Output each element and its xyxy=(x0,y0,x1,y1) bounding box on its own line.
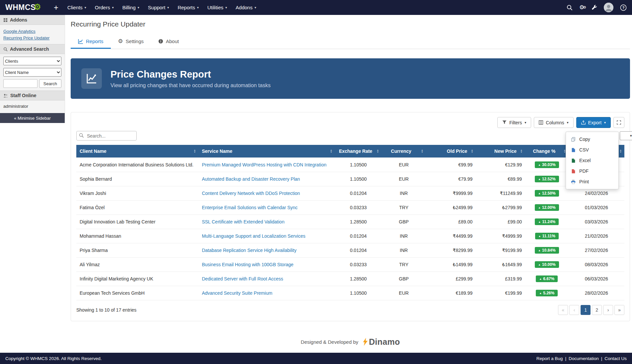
arrow-up-icon: ▲ xyxy=(538,235,541,238)
export-option-csv[interactable]: CSV xyxy=(566,145,618,155)
cell-date: 08/03/2026 xyxy=(569,257,625,272)
table-row: Fatima ÖzelEnterprise Email Solutions wi… xyxy=(76,200,624,214)
avatar[interactable] xyxy=(604,3,613,12)
page-button-2[interactable]: 2 xyxy=(592,305,602,315)
list-item: Google Analytics xyxy=(3,28,61,34)
service-link[interactable]: Database Replication Service High Availa… xyxy=(202,248,296,253)
nav-menu-utilities[interactable]: Utilities▾ xyxy=(203,0,231,15)
table-row: Priya SharmaDatabase Replication Service… xyxy=(76,243,624,257)
table-search-input[interactable] xyxy=(76,131,137,141)
export-icon xyxy=(581,120,586,125)
column-header-label: Change % xyxy=(533,149,555,154)
help-icon[interactable]: ? xyxy=(620,4,627,11)
search-field-select[interactable]: Client Name xyxy=(3,68,61,77)
wrench-icon[interactable] xyxy=(592,5,597,10)
sort-icon[interactable]: ▲▼ xyxy=(520,149,523,153)
sort-icon[interactable]: ▲▼ xyxy=(377,149,379,153)
export-button[interactable]: Export▾ xyxy=(576,117,611,128)
service-link[interactable]: SSL Certificate with Extended Validation xyxy=(202,219,284,224)
service-link[interactable]: Content Delivery Network with DDoS Prote… xyxy=(202,191,300,196)
quick-add-button[interactable]: + xyxy=(54,4,58,12)
next-page-button[interactable]: › xyxy=(603,305,613,315)
service-link[interactable]: Dedicated Server with Full Root Access xyxy=(202,276,283,281)
chevron-down-icon: ▾ xyxy=(138,6,139,9)
nav-menu-reports[interactable]: Reports▾ xyxy=(173,0,203,15)
column-header-service-name[interactable]: Service Name▲▼ xyxy=(198,145,335,157)
cell-date: 27/02/2026 xyxy=(569,243,625,257)
service-link[interactable]: Business Email Hosting with 100GB Storag… xyxy=(202,262,293,267)
footer-link-report-a-bug[interactable]: Report a Bug xyxy=(536,356,563,361)
service-link[interactable]: Premium Managed WordPress Hosting with C… xyxy=(202,162,326,167)
filters-button[interactable]: Filters▾ xyxy=(497,117,531,128)
tab-settings[interactable]: ⚙Settings xyxy=(111,34,151,49)
sidebar-search-input[interactable] xyxy=(3,79,37,88)
sort-icon[interactable]: ▲▼ xyxy=(421,149,423,153)
column-header-change[interactable]: Change %▲▼ xyxy=(525,145,569,157)
column-header-client-name[interactable]: Client Name▲▼ xyxy=(76,145,198,157)
first-page-button[interactable]: « xyxy=(558,305,568,315)
developer-credit: Designed & Developed by Dinamo xyxy=(71,337,630,347)
page-title: Recurring Price Updater xyxy=(71,20,630,28)
column-header-currency[interactable]: Currency▲▼ xyxy=(382,145,426,157)
columns-button[interactable]: Columns▾ xyxy=(534,117,573,128)
search-type-select[interactable]: Clients xyxy=(3,57,61,65)
automation-status-icon[interactable]: ⚙⚙ xyxy=(579,4,585,11)
footer-link-contact-us[interactable]: Contact Us xyxy=(604,356,627,361)
export-option-label: CSV xyxy=(579,147,589,152)
column-header-exchange-rate[interactable]: Exchange Rate▲▼ xyxy=(335,145,382,157)
search-icon[interactable] xyxy=(567,5,573,11)
topbar: WHMCS ⚙ + Clients▾Orders▾Billing▾Support… xyxy=(0,0,632,15)
nav-menu-addons[interactable]: Addons▾ xyxy=(231,0,260,15)
sidebar-search-button[interactable]: Search xyxy=(39,79,61,88)
column-header-old-price[interactable]: Old Price▲▼ xyxy=(426,145,476,157)
page-button-1[interactable]: 1 xyxy=(581,305,591,315)
pdf-file-icon xyxy=(571,169,576,174)
whmcs-logo[interactable]: WHMCS ⚙ xyxy=(5,3,41,12)
credit-text: Designed & Developed by xyxy=(301,339,358,345)
minimise-sidebar-button[interactable]: « Minimise Sidebar xyxy=(0,113,65,123)
sort-icon[interactable]: ▲▼ xyxy=(471,149,473,153)
service-link[interactable]: Automated Backup and Disaster Recovery P… xyxy=(202,176,300,182)
top-navigation: Clients▾Orders▾Billing▾Support▾Reports▾U… xyxy=(63,0,260,15)
cell-rate: 0.01204 xyxy=(335,186,382,200)
nav-menu-billing[interactable]: Billing▾ xyxy=(118,0,144,15)
last-page-button[interactable]: » xyxy=(614,305,624,315)
rows-per-page-select[interactable]: ▾ xyxy=(620,131,632,140)
nav-menu-orders[interactable]: Orders▾ xyxy=(91,0,118,15)
cell-date: 01/03/2026 xyxy=(569,200,625,214)
nav-menu-support[interactable]: Support▾ xyxy=(144,0,174,15)
export-option-print[interactable]: Print xyxy=(566,176,618,187)
footer-link-documentation[interactable]: Documentation xyxy=(569,356,599,361)
nav-menu-clients[interactable]: Clients▾ xyxy=(63,0,91,15)
sort-icon[interactable]: ▲▼ xyxy=(619,149,622,153)
filter-icon xyxy=(502,120,507,125)
export-option-pdf[interactable]: PDF xyxy=(566,166,618,176)
service-link[interactable]: Advanced Security Suite Premium xyxy=(202,290,272,296)
cell-change: ▲12.50% xyxy=(525,186,569,200)
service-link[interactable]: Enterprise Email Solutions with Calendar… xyxy=(202,205,298,210)
previous-page-button[interactable]: ‹ xyxy=(569,305,579,315)
tab-label: Settings xyxy=(126,38,144,44)
table-header-row: Client Name▲▼Service Name▲▼Exchange Rate… xyxy=(76,145,624,157)
export-option-copy[interactable]: Copy xyxy=(566,134,618,145)
export-option-excel[interactable]: Excel xyxy=(566,155,618,166)
table-row: Infinity Digital Marketing Agency UKDedi… xyxy=(76,272,624,286)
column-header-new-price[interactable]: New Price▲▼ xyxy=(476,145,525,157)
dinamo-logo[interactable]: Dinamo xyxy=(363,337,400,347)
service-link[interactable]: Multi-Language Support and Localization … xyxy=(202,233,305,239)
entries-info: Showing 1 to 10 of 17 entries xyxy=(76,307,136,313)
sort-icon[interactable]: ▲▼ xyxy=(330,149,332,153)
addon-link-google-analytics[interactable]: Google Analytics xyxy=(3,29,35,34)
cell-rate: 1.28500 xyxy=(335,272,382,286)
main-content: Recurring Price Updater Reports⚙Settings… xyxy=(65,15,632,353)
export-option-label: Excel xyxy=(579,158,591,163)
export-option-label: Copy xyxy=(579,137,590,142)
sort-icon[interactable]: ▲▼ xyxy=(193,149,196,153)
fullscreen-button[interactable] xyxy=(613,117,624,128)
tab-reports[interactable]: Reports xyxy=(71,34,111,49)
column-header-label: Service Name xyxy=(202,149,232,154)
tab-about[interactable]: About xyxy=(151,34,186,49)
arrow-up-icon: ▲ xyxy=(538,263,541,266)
addon-link-recurring-price-updater[interactable]: Recurring Price Updater xyxy=(3,35,49,40)
cell-service: Dedicated Server with Full Root Access xyxy=(198,272,335,286)
